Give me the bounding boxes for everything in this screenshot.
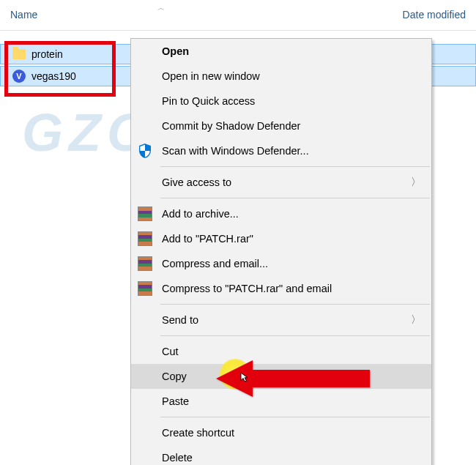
file-name: protein <box>31 48 63 60</box>
sort-indicator-icon: ︿ <box>157 3 165 13</box>
menu-compress-patch-email[interactable]: Compress to "PATCH.rar" and email <box>131 276 431 301</box>
rar-icon <box>137 256 153 272</box>
menu-give-access-to[interactable]: Give access to 〉 <box>131 170 431 195</box>
context-menu: Open Open in new window Pin to Quick acc… <box>130 38 432 465</box>
menu-separator <box>160 304 430 305</box>
menu-add-to-archive[interactable]: Add to archive... <box>131 201 431 226</box>
menu-separator <box>160 417 430 417</box>
menu-pin-quick-access[interactable]: Pin to Quick access <box>131 89 431 114</box>
rar-icon <box>137 280 153 297</box>
menu-send-to[interactable]: Send to 〉 <box>131 308 431 332</box>
vegas-icon: V <box>12 70 26 83</box>
column-name-label: Name <box>10 9 37 21</box>
column-name[interactable]: Name ︿ <box>0 0 172 30</box>
file-name: vegas190 <box>31 70 76 82</box>
rar-icon <box>137 231 153 247</box>
column-header-row: Name ︿ Date modified <box>0 0 476 31</box>
menu-cut[interactable]: Cut <box>131 339 431 364</box>
menu-separator <box>160 335 430 336</box>
menu-delete[interactable]: Delete <box>131 445 431 465</box>
chevron-right-icon: 〉 <box>411 176 421 189</box>
folder-icon <box>12 49 26 59</box>
menu-create-shortcut[interactable]: Create shortcut <box>131 420 431 445</box>
menu-paste[interactable]: Paste <box>131 389 431 414</box>
menu-add-to-patch-rar[interactable]: Add to "PATCH.rar" <box>131 226 431 251</box>
menu-open-new-window[interactable]: Open in new window <box>131 64 431 89</box>
menu-scan-windows-defender[interactable]: Scan with Windows Defender... <box>131 138 431 163</box>
shield-icon <box>137 143 153 159</box>
menu-copy[interactable]: Copy <box>131 364 431 389</box>
menu-compress-email[interactable]: Compress and email... <box>131 251 431 276</box>
menu-commit-shadow-defender[interactable]: Commit by Shadow Defender <box>131 114 431 138</box>
column-date-label: Date modified <box>403 9 466 21</box>
column-date-modified[interactable]: Date modified <box>393 0 476 30</box>
menu-separator <box>160 198 430 198</box>
chevron-right-icon: 〉 <box>411 313 421 327</box>
menu-separator <box>160 166 430 167</box>
rar-icon <box>137 206 153 222</box>
menu-open[interactable]: Open <box>131 39 431 64</box>
